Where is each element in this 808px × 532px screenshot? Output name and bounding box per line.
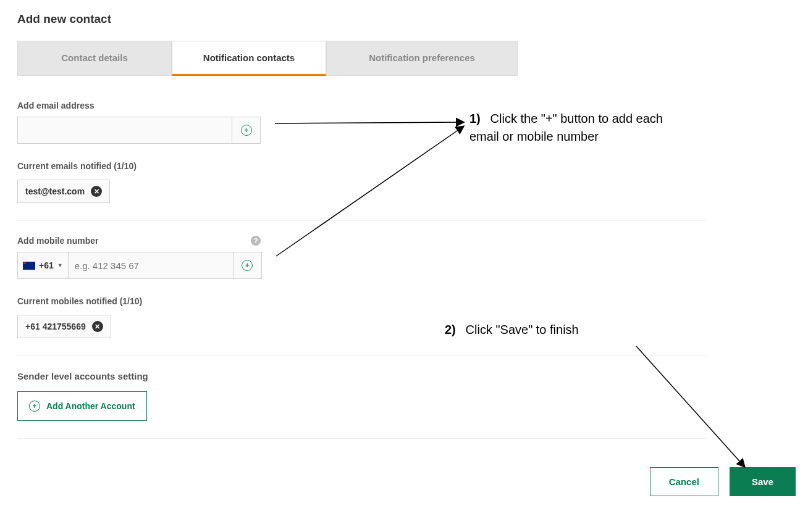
annotation-step2-text: Click "Save" to finish (466, 323, 579, 336)
annotation-step1-text: Click the "+" button to add each email o… (469, 112, 663, 143)
divider (17, 438, 707, 439)
current-mobiles-label: Current mobiles notified (1/10) (17, 296, 791, 306)
add-account-label: Add Another Account (46, 401, 135, 411)
country-code-select[interactable]: +61 ▼ (17, 252, 68, 279)
tab-notification-contacts[interactable]: Notification contacts (172, 41, 326, 76)
mobile-chip: +61 421755669 ✕ (17, 315, 111, 338)
add-mobile-button[interactable]: + (234, 252, 262, 279)
help-icon[interactable]: ? (251, 236, 261, 246)
current-emails-label: Current emails notified (1/10) (17, 161, 791, 171)
email-chip: test@test.com ✕ (17, 180, 110, 203)
email-input[interactable] (17, 117, 232, 144)
remove-mobile-icon[interactable]: ✕ (92, 321, 103, 332)
save-button[interactable]: Save (730, 467, 796, 496)
dial-code: +61 (39, 260, 54, 270)
tab-contact-details[interactable]: Contact details (17, 41, 172, 76)
add-email-button[interactable]: + (232, 117, 261, 144)
email-label: Add email address (17, 101, 791, 110)
plus-icon: + (241, 125, 252, 136)
remove-email-icon[interactable]: ✕ (91, 186, 102, 197)
plus-icon: + (29, 401, 40, 412)
mobile-chip-text: +61 421755669 (25, 322, 86, 331)
page-title: Add new contact (17, 12, 791, 26)
plus-icon: + (242, 260, 253, 271)
divider (17, 355, 707, 356)
mobile-input[interactable] (68, 252, 234, 279)
annotation-step2-num: 2) (445, 321, 462, 339)
annotation-step1: 1) Click the "+" button to add each emai… (469, 110, 667, 146)
australia-flag-icon (23, 262, 35, 270)
chevron-down-icon: ▼ (57, 262, 63, 268)
cancel-button[interactable]: Cancel (650, 467, 718, 496)
annotation-step2: 2) Click "Save" to finish (445, 321, 579, 339)
sender-section-title: Sender level accounts setting (17, 371, 791, 381)
divider (17, 220, 707, 221)
annotation-step1-num: 1) (469, 110, 487, 128)
tab-notification-preferences[interactable]: Notification preferences (326, 41, 518, 76)
mobile-label: Add mobile number (17, 236, 98, 246)
email-chip-text: test@test.com (25, 186, 85, 196)
tabs: Contact details Notification contacts No… (17, 41, 791, 76)
add-another-account-button[interactable]: + Add Another Account (17, 391, 147, 421)
